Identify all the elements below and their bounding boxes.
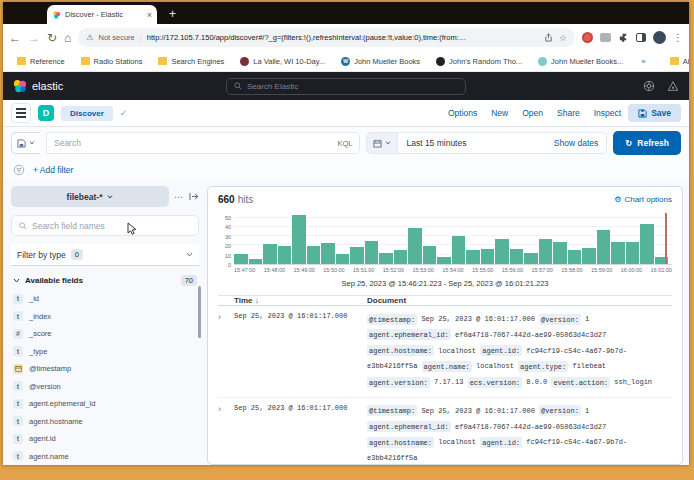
expand-row-icon[interactable]: › xyxy=(218,404,234,465)
menu-link-share[interactable]: Share xyxy=(557,108,580,118)
histogram-bar[interactable] xyxy=(365,241,379,264)
chart-plot-area[interactable] xyxy=(234,213,672,265)
field-item[interactable]: #_score xyxy=(11,325,199,343)
row-document[interactable]: @timestamp: Sep 25, 2023 @ 16:01:17.000 … xyxy=(367,312,672,391)
menu-link-options[interactable]: Options xyxy=(448,108,477,118)
index-pattern-select[interactable]: filebeat-* xyxy=(11,186,169,207)
time-column-header[interactable]: Time ↓ xyxy=(234,296,367,305)
elastic-logo[interactable]: elastic xyxy=(13,79,63,93)
back-icon[interactable]: ← xyxy=(9,32,21,44)
histogram-bar[interactable] xyxy=(394,250,408,264)
help-icon[interactable] xyxy=(643,80,655,92)
filter-settings-icon[interactable] xyxy=(13,164,25,176)
histogram-bar[interactable] xyxy=(582,248,596,264)
collapse-sidebar-icon[interactable] xyxy=(189,192,199,201)
side-panel-icon[interactable] xyxy=(636,33,646,42)
field-item[interactable]: tagent.id xyxy=(11,430,199,448)
histogram-bar[interactable] xyxy=(539,239,553,264)
bookmark-item[interactable]: John Mueller Books... xyxy=(532,57,629,66)
new-tab-button[interactable]: + xyxy=(169,7,176,21)
index-pattern-more-icon[interactable]: ⋯ xyxy=(174,192,184,202)
url-bar[interactable]: ⚠ Not secure | http://172.105.7.150/app/… xyxy=(78,28,575,47)
browser-menu-icon[interactable]: ⋮ xyxy=(673,32,683,43)
alerts-icon[interactable] xyxy=(667,80,679,92)
available-fields-header[interactable]: Available fields 70 xyxy=(11,275,199,286)
home-icon[interactable]: ⌂ xyxy=(64,32,71,44)
field-item[interactable]: t_type xyxy=(11,343,199,361)
sidebar-scrollbar[interactable] xyxy=(198,286,201,338)
histogram-bar[interactable] xyxy=(553,242,567,264)
date-quick-menu-button[interactable] xyxy=(367,133,398,153)
extension-icon-red[interactable] xyxy=(582,32,593,43)
histogram-bar[interactable] xyxy=(611,242,625,264)
bookmark-item[interactable]: Reference xyxy=(11,57,71,66)
histogram-bar[interactable] xyxy=(626,242,640,264)
histogram-bar[interactable] xyxy=(249,259,263,264)
not-secure-label[interactable]: Not secure xyxy=(98,33,134,42)
field-item[interactable]: tagent.ephemeral_id xyxy=(11,395,199,413)
saved-query-menu-button[interactable] xyxy=(11,132,40,154)
histogram-bar[interactable] xyxy=(307,246,321,264)
row-document[interactable]: @timestamp: Sep 25, 2023 @ 16:01:17.000 … xyxy=(367,404,672,465)
field-item[interactable]: t@version xyxy=(11,378,199,396)
bookmarks-overflow-icon[interactable]: » xyxy=(637,57,649,66)
bookmark-star-icon[interactable]: ☆ xyxy=(559,33,567,43)
histogram-bar[interactable] xyxy=(481,249,495,264)
expand-row-icon[interactable]: › xyxy=(218,312,234,391)
bookmark-item[interactable]: John's Random Tho... xyxy=(430,57,528,66)
histogram-bar[interactable] xyxy=(423,246,437,264)
chart-options-button[interactable]: ⚙ Chart options xyxy=(614,195,672,204)
histogram-bar[interactable] xyxy=(466,250,480,264)
field-item[interactable]: t_index xyxy=(11,308,199,326)
kql-search-input[interactable]: Search KQL xyxy=(46,132,360,154)
field-item[interactable]: tagent.hostname xyxy=(11,413,199,431)
bookmark-item[interactable]: WJohn Mueller Books xyxy=(335,57,426,66)
time-range-value[interactable]: Last 15 minutes xyxy=(398,138,545,148)
show-dates-link[interactable]: Show dates xyxy=(546,138,606,148)
histogram-bar[interactable] xyxy=(278,246,292,264)
sort-desc-icon[interactable]: ↓ xyxy=(255,296,259,305)
histogram-bar[interactable] xyxy=(321,243,335,264)
histogram-bar[interactable] xyxy=(568,250,582,264)
extensions-puzzle-icon[interactable] xyxy=(618,32,629,43)
save-button[interactable]: Save xyxy=(628,104,681,122)
histogram-bar[interactable] xyxy=(336,254,350,264)
histogram-bar[interactable] xyxy=(437,257,451,264)
profile-avatar[interactable] xyxy=(653,31,666,44)
menu-link-inspect[interactable]: Inspect xyxy=(594,108,621,118)
histogram-bar[interactable] xyxy=(379,253,393,264)
refresh-button[interactable]: ↻ Refresh xyxy=(613,131,681,155)
field-search-input[interactable]: Search field names xyxy=(11,215,199,236)
space-badge[interactable]: D xyxy=(38,105,54,121)
menu-link-open[interactable]: Open xyxy=(522,108,543,118)
field-item[interactable]: t_id xyxy=(11,290,199,308)
add-filter-link[interactable]: + Add filter xyxy=(33,165,73,175)
browser-tab[interactable]: Discover - Elastic × xyxy=(47,5,157,24)
share-icon[interactable] xyxy=(544,33,553,42)
bookmark-item[interactable]: Search Engines xyxy=(152,57,230,66)
filter-by-type-select[interactable]: Filter by type 0 xyxy=(11,244,199,266)
nav-menu-icon[interactable] xyxy=(11,103,31,123)
histogram-bar[interactable] xyxy=(640,224,654,264)
histogram-bar[interactable] xyxy=(524,253,538,264)
histogram-bar[interactable] xyxy=(292,215,306,264)
forward-icon[interactable]: → xyxy=(28,32,40,44)
close-tab-icon[interactable]: × xyxy=(147,10,152,20)
bookmark-item[interactable]: La Valle, WI 10-Day... xyxy=(234,57,331,66)
bookmark-item[interactable]: Radio Stations xyxy=(75,57,149,66)
histogram-bar[interactable] xyxy=(263,244,277,264)
histogram-bar[interactable] xyxy=(495,239,509,264)
menu-link-new[interactable]: New xyxy=(491,108,508,118)
histogram-bar[interactable] xyxy=(597,230,611,264)
global-search-input[interactable]: Search Elastic xyxy=(226,78,466,95)
histogram-bar[interactable] xyxy=(452,236,466,264)
reload-icon[interactable]: ↻ xyxy=(47,32,57,44)
field-item[interactable]: tagent.name xyxy=(11,448,199,466)
extension-icon-gray[interactable] xyxy=(600,33,611,42)
breadcrumb[interactable]: Discover xyxy=(61,106,113,121)
field-item[interactable]: @timestamp xyxy=(11,360,199,378)
histogram-bar[interactable] xyxy=(350,247,364,264)
histogram-bar[interactable] xyxy=(408,228,422,264)
histogram-bar[interactable] xyxy=(234,254,248,264)
url-text[interactable]: http://172.105.7.150/app/discover#/?_g=(… xyxy=(147,33,539,42)
